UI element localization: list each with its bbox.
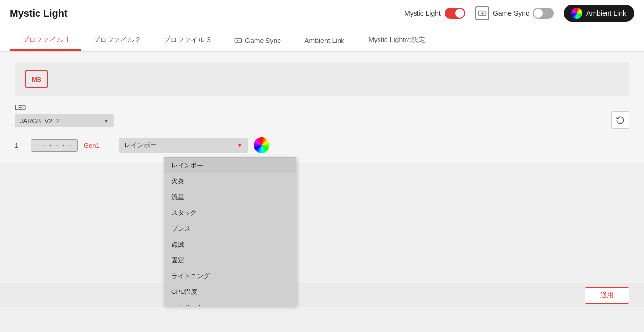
game-sync-icon <box>475 6 489 20</box>
mystic-light-label: Mystic Light <box>404 9 441 17</box>
mystic-light-toggle[interactable] <box>445 8 465 19</box>
list-item[interactable]: ライトニング <box>164 268 296 284</box>
led-label: LED <box>15 104 629 111</box>
list-item[interactable]: 固定 <box>164 252 296 268</box>
tab-profile1[interactable]: プロファイル 1 <box>10 31 81 51</box>
list-item[interactable]: 火炎 <box>164 173 296 189</box>
effect-dropdown-arrow: ▼ <box>237 142 243 149</box>
led-section: LED JARGB_V2_2 ▼ <box>15 104 629 127</box>
svg-point-4 <box>240 40 240 41</box>
led-strip-icon: ・・・・・・ <box>31 139 78 152</box>
ambient-link-icon <box>571 8 582 19</box>
dropdown-list: レインボー 火炎 流星 スタック ブレス 点滅 固定 ライトニング CPU温度 … <box>164 158 296 306</box>
ambient-link-button[interactable]: Ambient Link <box>564 5 634 22</box>
device-area: MB <box>15 62 629 96</box>
list-item[interactable]: CPU温度 <box>164 284 296 300</box>
game-sync-toggle-knob <box>534 9 543 18</box>
tab-gamesync[interactable]: Game Sync <box>223 32 293 51</box>
list-item[interactable]: 流星 <box>164 189 296 205</box>
led-row: 1 ・・・・・・ Gen1 レインボー ▼ レインボー 火炎 流星 スタック ブ… <box>15 137 629 153</box>
reset-icon <box>616 116 625 124</box>
tab-profile3[interactable]: プロファイル 3 <box>152 31 223 51</box>
tabs-bar: プロファイル 1 プロファイル 2 プロファイル 3 Game Sync Amb… <box>0 27 644 52</box>
apply-button[interactable]: 適用 <box>585 287 629 304</box>
color-wheel-button[interactable] <box>254 137 269 153</box>
game-sync-toggle[interactable] <box>533 8 554 19</box>
mystic-light-toggle-group: Mystic Light <box>404 8 465 19</box>
row-number: 1 <box>15 142 25 149</box>
list-item[interactable]: 点滅 <box>164 237 296 252</box>
gamesync-tab-icon <box>234 37 242 44</box>
list-item[interactable]: コンサート <box>164 300 296 306</box>
game-sync-label: Game Sync <box>493 9 529 17</box>
list-item[interactable]: ブレス <box>164 221 296 237</box>
led-dropdown[interactable]: JARGB_V2_2 ▼ <box>15 114 114 127</box>
app-title: Mystic Light <box>10 8 404 19</box>
dropdown-list-container: レインボー 火炎 流星 スタック ブレス 点滅 固定 ライトニング CPU温度 … <box>164 157 296 306</box>
svg-point-1 <box>484 13 485 14</box>
tab-profile2[interactable]: プロファイル 2 <box>81 31 152 51</box>
content-wrapper: プロファイル 1 プロファイル 2 プロファイル 3 Game Sync Amb… <box>0 27 644 307</box>
titlebar: Mystic Light Mystic Light Game Sync <box>0 0 644 27</box>
ambient-link-label: Ambient Link <box>586 9 626 17</box>
reset-button[interactable] <box>611 111 629 129</box>
list-item[interactable]: スタック <box>164 205 296 221</box>
bottom-bar: 適用 <box>0 283 644 307</box>
header-controls: Mystic Light Game Sync Ambien <box>404 5 634 22</box>
svg-point-5 <box>240 41 241 41</box>
led-dropdown-arrow: ▼ <box>104 118 109 124</box>
svg-point-2 <box>484 13 485 14</box>
game-sync-toggle-group: Game Sync <box>475 6 554 20</box>
main-content: MB LED JARGB_V2_2 ▼ 1 ・・・・・・ Gen1 レ <box>0 52 644 163</box>
tab-settings[interactable]: Mystic Lightの設定 <box>356 31 437 51</box>
tab-ambientlink[interactable]: Ambient Link <box>293 32 356 51</box>
mb-badge: MB <box>25 70 48 88</box>
list-item[interactable]: レインボー <box>164 158 296 173</box>
device-name: Gen1 <box>84 142 114 149</box>
effect-dropdown[interactable]: レインボー ▼ <box>119 138 248 153</box>
effect-dropdown-value: レインボー <box>124 141 156 150</box>
led-dropdown-value: JARGB_V2_2 <box>20 117 60 124</box>
toggle-knob <box>455 9 464 18</box>
